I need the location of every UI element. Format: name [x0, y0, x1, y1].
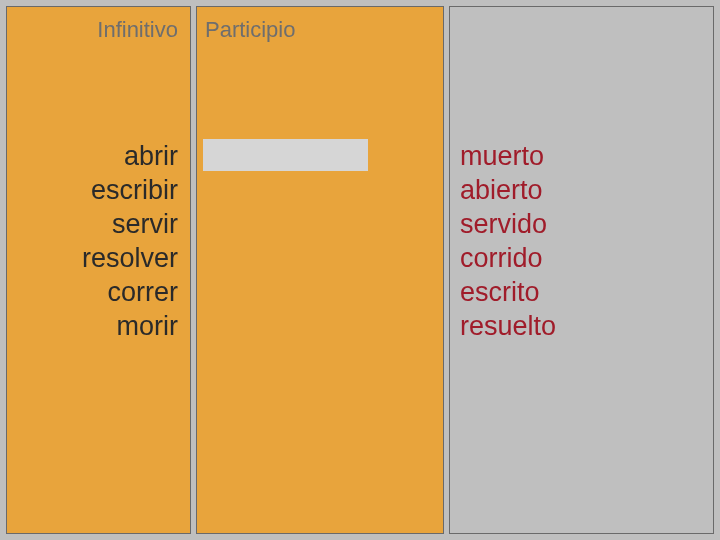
list-item: abrir — [82, 139, 178, 173]
column-infinitive: Infinitivo abrir escribir servir resolve… — [6, 6, 191, 534]
list-item[interactable]: resuelto — [460, 309, 556, 343]
list-item[interactable]: servido — [460, 207, 556, 241]
answer-blank[interactable] — [203, 139, 368, 171]
list-item: servir — [82, 207, 178, 241]
list-item[interactable]: corrido — [460, 241, 556, 275]
header-infinitive: Infinitivo — [97, 17, 178, 43]
list-item: resolver — [82, 241, 178, 275]
list-item[interactable]: muerto — [460, 139, 556, 173]
list-item: morir — [82, 309, 178, 343]
list-item[interactable]: escrito — [460, 275, 556, 309]
column-participle: Participio — [196, 6, 444, 534]
list-item: escribir — [82, 173, 178, 207]
list-item: correr — [82, 275, 178, 309]
participle-list: muerto abierto servido corrido escrito r… — [460, 139, 556, 343]
column-wordbank: muerto abierto servido corrido escrito r… — [449, 6, 714, 534]
header-participle: Participio — [205, 17, 295, 43]
slide-stage: Infinitivo abrir escribir servir resolve… — [0, 0, 720, 540]
list-item[interactable]: abierto — [460, 173, 556, 207]
infinitive-list: abrir escribir servir resolver correr mo… — [82, 139, 178, 343]
